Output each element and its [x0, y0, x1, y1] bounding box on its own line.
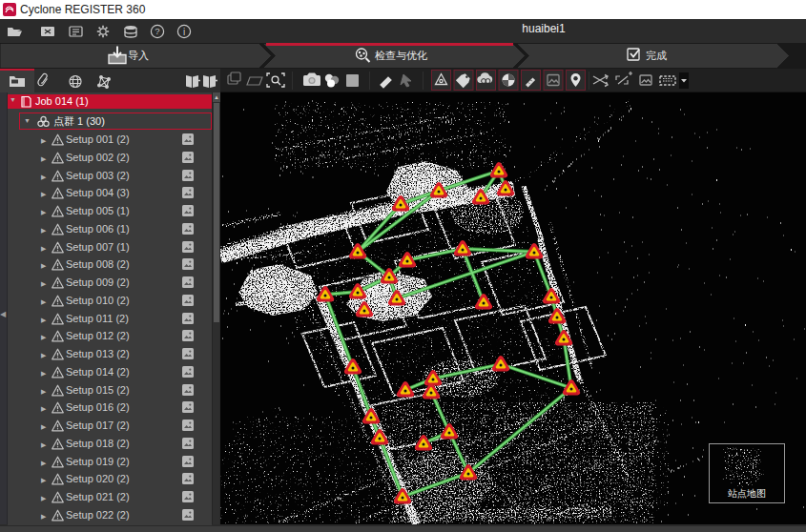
svg-text:完成: 完成	[646, 50, 667, 61]
svg-text:检查与优化: 检查与优化	[374, 50, 427, 61]
svg-text:站点地图: 站点地图	[728, 488, 766, 499]
svg-text:i: i	[183, 27, 185, 37]
svg-text:?: ?	[155, 26, 159, 36]
svg-text:导入: 导入	[128, 50, 149, 61]
